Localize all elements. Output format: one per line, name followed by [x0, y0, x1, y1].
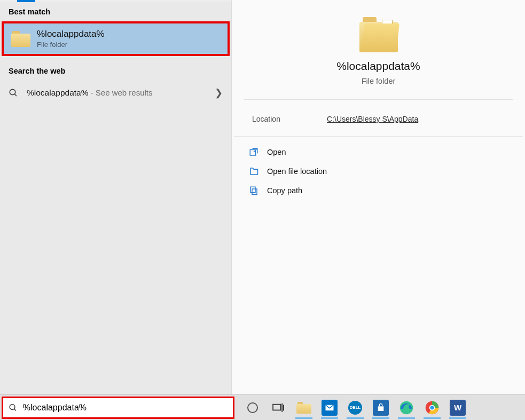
svg-rect-4 [250, 187, 255, 193]
word-icon: W [450, 400, 466, 416]
search-results-pane: Best match %localappdata% File folder Se… [0, 0, 231, 394]
web-result-label: %localappdata% [27, 88, 88, 97]
folder-icon [296, 402, 311, 414]
mail-taskbar[interactable] [318, 397, 341, 419]
folder-location-icon [249, 167, 258, 176]
svg-point-5 [10, 404, 15, 409]
best-match-subtitle: File folder [37, 41, 105, 49]
open-file-location-action[interactable]: Open file location [249, 167, 508, 176]
edge-taskbar[interactable] [395, 397, 418, 419]
mail-icon [322, 400, 338, 416]
open-icon [249, 147, 258, 157]
edge-icon [399, 400, 414, 415]
store-taskbar[interactable] [369, 397, 393, 419]
chevron-right-icon: ❯ [215, 87, 223, 99]
copy-icon [249, 186, 258, 195]
best-match-header: Best match [0, 2, 231, 19]
preview-pane: %localappdata% File folder Location C:\U… [231, 0, 525, 394]
web-result-hint: - See web results [88, 88, 152, 97]
taskbar: DELL W [0, 394, 525, 420]
preview-subtitle: File folder [244, 77, 513, 85]
search-input[interactable] [23, 403, 228, 413]
word-taskbar[interactable]: W [446, 397, 469, 419]
folder-icon [359, 17, 398, 52]
search-icon [9, 88, 18, 98]
svg-line-6 [14, 409, 17, 411]
preview-title: %localappdata% [244, 60, 513, 73]
location-label: Location [252, 115, 327, 123]
cortana-button[interactable] [241, 397, 264, 419]
preview-header: %localappdata% File folder [244, 0, 513, 100]
content-area: Best match %localappdata% File folder Se… [0, 0, 525, 394]
cortana-icon [247, 402, 258, 413]
taskbar-search-box[interactable] [2, 397, 234, 419]
copy-path-action[interactable]: Copy path [249, 186, 508, 195]
svg-rect-7 [273, 404, 280, 410]
task-view-button[interactable] [267, 397, 290, 419]
windows-search-panel: Best match %localappdata% File folder Se… [0, 0, 525, 420]
search-icon [9, 403, 18, 413]
svg-point-0 [10, 89, 15, 95]
file-explorer-taskbar[interactable] [292, 397, 316, 419]
location-path[interactable]: C:\Users\Blessy S\AppData [327, 115, 418, 123]
svg-rect-3 [252, 189, 257, 195]
web-search-result[interactable]: %localappdata% - See web results ❯ [0, 78, 231, 107]
svg-point-13 [430, 406, 434, 409]
task-view-icon [272, 403, 284, 413]
action-list: Open Open file location Copy path [232, 137, 525, 206]
location-row: Location C:\Users\Blessy S\AppData [234, 100, 523, 137]
open-action[interactable]: Open [249, 147, 508, 157]
dell-app-taskbar[interactable]: DELL [343, 397, 367, 419]
folder-icon [11, 31, 30, 47]
dell-icon: DELL [348, 401, 362, 415]
best-match-result[interactable]: %localappdata% File folder [2, 21, 230, 56]
chrome-icon [425, 400, 440, 415]
search-web-header: Search the web [0, 61, 231, 78]
chrome-taskbar[interactable] [420, 397, 444, 419]
best-match-title: %localappdata% [37, 29, 105, 39]
svg-line-1 [14, 94, 17, 96]
store-icon [373, 400, 389, 416]
